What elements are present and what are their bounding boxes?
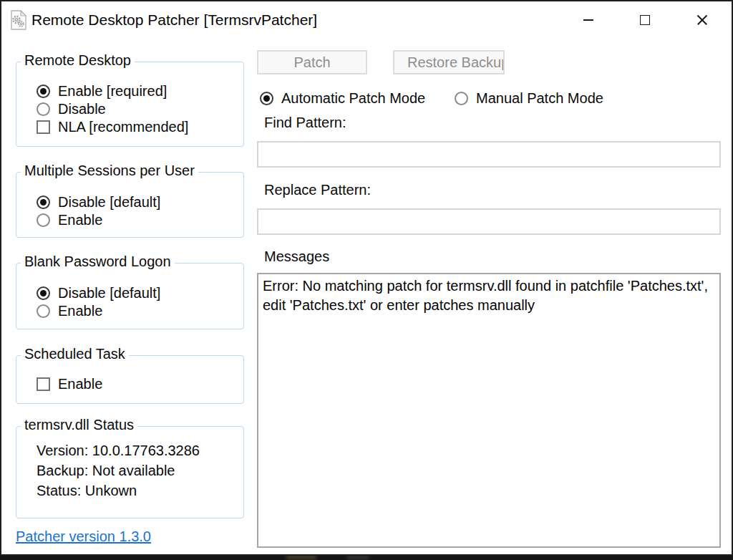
radio-bp-enable[interactable]: Enable (37, 302, 102, 319)
checkbox-icon[interactable] (37, 120, 50, 134)
option-label: Enable (58, 376, 102, 392)
radio-icon[interactable] (260, 92, 273, 105)
messages-label: Messages (264, 248, 333, 265)
radio-icon[interactable] (455, 92, 468, 105)
replace-pattern-label: Replace Pattern: (264, 182, 371, 198)
radio-rd-enable[interactable]: Enable [required] (37, 82, 167, 100)
radio-rd-disable[interactable]: Disable (37, 100, 106, 117)
option-label: Disable [default] (58, 194, 160, 211)
close-button[interactable] (685, 6, 719, 34)
radio-icon[interactable] (37, 286, 50, 300)
document-gears-icon (10, 10, 27, 30)
checkbox-icon[interactable] (37, 377, 50, 391)
option-label: Enable (58, 212, 102, 228)
group-title: Blank Password Logon (21, 254, 175, 270)
checkbox-st-enable[interactable]: Enable (37, 375, 102, 392)
minimize-icon (583, 19, 593, 21)
window-title: Remote Desktop Patcher [TermsrvPatcher] (31, 1, 317, 39)
close-icon (696, 14, 709, 26)
radio-automatic-patch-mode[interactable]: Automatic Patch Mode (260, 90, 425, 107)
option-label: Manual Patch Mode (476, 90, 603, 107)
radio-ms-disable[interactable]: Disable [default] (37, 193, 160, 211)
group-scheduled-task: Scheduled Task Enable (16, 355, 244, 404)
group-title: Multiple Sessions per User (21, 163, 198, 179)
group-blank-password: Blank Password Logon Disable [default] E… (16, 263, 244, 329)
group-multiple-sessions: Multiple Sessions per User Disable [defa… (16, 172, 244, 238)
option-label: Enable [required] (58, 83, 167, 100)
status-version: Version: 10.0.17763.3286 (37, 443, 200, 459)
radio-icon[interactable] (37, 195, 50, 209)
radio-icon[interactable] (37, 304, 50, 318)
maximize-button[interactable] (628, 6, 662, 34)
status-patch-state: Status: Unkown (37, 483, 137, 499)
radio-icon[interactable] (37, 85, 50, 98)
checkbox-rd-nla[interactable]: NLA [recommended] (37, 118, 188, 135)
restore-backup-button[interactable]: Restore Backup (393, 50, 505, 74)
app-window: Remote Desktop Patcher [TermsrvPatcher] … (0, 0, 733, 556)
group-termsrv-status: termsrv.dll Status Version: 10.0.17763.3… (16, 426, 244, 518)
option-label: NLA [recommended] (58, 119, 188, 135)
maximize-icon (640, 15, 650, 25)
taskbar-smudge (347, 556, 369, 559)
radio-icon[interactable] (37, 213, 50, 227)
radio-bp-disable[interactable]: Disable [default] (37, 284, 160, 301)
patcher-version-link[interactable]: Patcher version 1.3.0 (16, 528, 151, 545)
messages-textarea[interactable]: Error: No matching patch for termsrv.dll… (257, 273, 721, 548)
group-title: Remote Desktop (21, 52, 135, 69)
status-backup: Backup: Not available (37, 463, 175, 479)
replace-pattern-input[interactable] (257, 208, 721, 235)
option-label: Automatic Patch Mode (281, 90, 425, 107)
patch-button[interactable]: Patch (257, 50, 367, 74)
find-pattern-label: Find Pattern: (264, 115, 346, 131)
desktop-background: Remote Desktop Patcher [TermsrvPatcher] … (0, 0, 733, 560)
minimize-button[interactable] (571, 6, 606, 34)
title-bar[interactable]: Remote Desktop Patcher [TermsrvPatcher] (1, 1, 732, 39)
find-pattern-input[interactable] (257, 141, 721, 168)
radio-manual-patch-mode[interactable]: Manual Patch Mode (455, 90, 603, 107)
radio-icon[interactable] (37, 102, 50, 116)
group-title: Scheduled Task (21, 346, 129, 362)
option-label: Disable [default] (58, 285, 160, 301)
option-label: Enable (58, 303, 102, 319)
group-remote-desktop: Remote Desktop Enable [required] Disable… (16, 62, 244, 147)
radio-ms-enable[interactable]: Enable (37, 211, 102, 228)
option-label: Disable (58, 101, 106, 117)
group-title: termsrv.dll Status (21, 417, 137, 433)
